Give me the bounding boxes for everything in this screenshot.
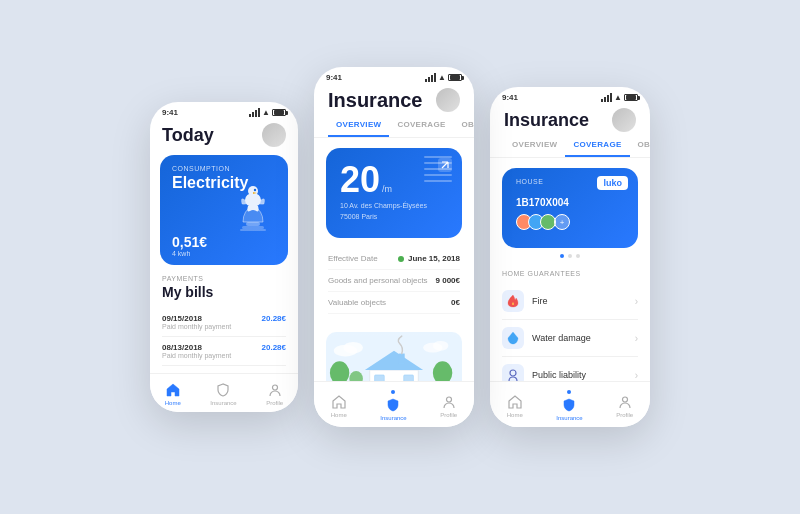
center-header: Insurance — [314, 84, 474, 120]
bill-desc-2: Paid monthly payment — [162, 352, 231, 359]
nav-insurance[interactable]: Insurance — [210, 382, 236, 406]
chevron-icon: › — [635, 370, 638, 381]
right-bottom-nav: Home Insurance Profile — [490, 381, 650, 427]
insurance-icon — [385, 397, 401, 413]
profile-icon — [267, 382, 283, 398]
home-icon — [165, 382, 181, 398]
svg-rect-10 — [424, 174, 452, 176]
profile-icon — [617, 394, 633, 410]
right-avatar[interactable] — [612, 108, 636, 132]
nav-profile[interactable]: Profile — [440, 394, 457, 418]
bill-amount-2: 20.28€ — [262, 343, 286, 352]
center-page-title: Insurance — [328, 89, 422, 112]
left-status-bar: 9:41 ▲ — [150, 102, 298, 119]
insurance-icon — [561, 397, 577, 413]
guarantee-water-left: Water damage — [502, 327, 591, 349]
active-indicator — [391, 390, 395, 394]
svg-rect-7 — [424, 156, 452, 158]
center-status-bar: 9:41 ▲ — [314, 67, 474, 84]
svg-point-35 — [622, 397, 627, 402]
dot-3 — [576, 254, 580, 258]
right-time: 9:41 — [502, 93, 518, 102]
right-status-bar: 9:41 ▲ — [490, 87, 650, 104]
signal-icon — [249, 108, 260, 117]
center-avatar[interactable] — [436, 88, 460, 112]
svg-rect-11 — [424, 180, 452, 182]
insurance-details: Effective Date June 15, 2018 Goods and p… — [314, 238, 474, 324]
svg-point-14 — [343, 341, 362, 353]
svg-point-5 — [254, 189, 256, 191]
bills-section: PAYMENTS My bills 09/15/2018 Paid monthl… — [150, 265, 298, 366]
liability-label: Public liability — [532, 370, 586, 380]
payments-label: PAYMENTS — [162, 275, 286, 282]
consumption-value: 0,51€ — [172, 234, 207, 250]
svg-point-16 — [433, 340, 449, 350]
nav-home[interactable]: Home — [507, 394, 523, 418]
center-phone: 9:41 ▲ Insurance OVE — [314, 67, 474, 427]
tab-coverage[interactable]: COVERAGE — [565, 140, 629, 157]
right-status-icons: ▲ — [601, 93, 638, 102]
chevron-icon: › — [635, 333, 638, 344]
right-phone: 9:41 ▲ Insurance OVE — [490, 87, 650, 427]
bill-date-1: 09/15/2018 — [162, 314, 231, 323]
nav-home[interactable]: Home — [165, 382, 181, 406]
insurance-price-card[interactable]: 20 /m 10 Av. des Champs-Élysées 75008 Pa… — [326, 148, 462, 238]
svg-point-6 — [272, 385, 277, 390]
battery-icon — [624, 94, 638, 101]
nav-home[interactable]: Home — [331, 394, 347, 418]
card-avatars: + — [516, 214, 624, 230]
phones-container: 9:41 ▲ Today CONSUMP — [150, 87, 650, 427]
bill-info-2: 08/13/2018 Paid monthly payment — [162, 343, 231, 359]
tab-objects[interactable]: OBJECTS — [454, 120, 474, 137]
svg-rect-8 — [424, 162, 452, 164]
guarantees-title: HOME GUARANTEES — [502, 270, 638, 277]
insurance-house-card[interactable]: HOUSE luko 1B170X004 + — [502, 168, 638, 248]
right-page-title: Insurance — [504, 110, 589, 131]
plus-button[interactable]: + — [554, 214, 570, 230]
left-bottom-nav: Home Insurance Profile — [150, 373, 298, 412]
effective-date-row: Effective Date June 15, 2018 — [328, 248, 460, 270]
nav-insurance[interactable]: Insurance — [380, 390, 406, 421]
effective-date-label: Effective Date — [328, 254, 378, 263]
consumption-bottom: 0,51€ 4 kwh — [172, 234, 207, 257]
green-dot — [398, 256, 404, 262]
left-page-title: Today — [162, 125, 214, 146]
home-icon — [507, 394, 523, 410]
water-icon — [502, 327, 524, 349]
battery-icon — [272, 109, 286, 116]
right-header: Insurance — [490, 104, 650, 140]
guarantee-water[interactable]: Water damage › — [502, 320, 638, 357]
bill-item-2[interactable]: 08/13/2018 Paid monthly payment 20.28€ — [162, 337, 286, 366]
guarantee-fire[interactable]: Fire › — [502, 283, 638, 320]
consumption-card[interactable]: CONSUMPTION Electricity — [160, 155, 288, 265]
bill-item-1[interactable]: 09/15/2018 Paid monthly payment 20.28€ — [162, 308, 286, 337]
left-time: 9:41 — [162, 108, 178, 117]
fire-icon — [502, 290, 524, 312]
consumption-label: CONSUMPTION — [172, 165, 276, 172]
tab-overview[interactable]: OVERVIEW — [504, 140, 565, 157]
svg-rect-30 — [399, 353, 405, 363]
active-indicator — [567, 390, 571, 394]
center-status-icons: ▲ — [425, 73, 462, 82]
tab-coverage[interactable]: COVERAGE — [389, 120, 453, 137]
nav-profile[interactable]: Profile — [266, 382, 283, 406]
tab-overview[interactable]: OVERVIEW — [328, 120, 389, 137]
svg-rect-1 — [242, 226, 264, 229]
nav-insurance[interactable]: Insurance — [556, 390, 582, 421]
bill-info-1: 09/15/2018 Paid monthly payment — [162, 314, 231, 330]
wifi-icon: ▲ — [614, 93, 622, 102]
guarantee-fire-left: Fire — [502, 290, 548, 312]
fire-label: Fire — [532, 296, 548, 306]
home-icon — [331, 394, 347, 410]
svg-rect-0 — [246, 222, 260, 226]
luko-badge: luko — [597, 176, 628, 190]
insurance-icon — [215, 382, 231, 398]
svg-point-31 — [446, 397, 451, 402]
svg-rect-9 — [424, 168, 452, 170]
dot-2 — [568, 254, 572, 258]
nav-profile[interactable]: Profile — [616, 394, 633, 418]
goods-value: 9 000€ — [436, 276, 460, 285]
avatar[interactable] — [262, 123, 286, 147]
tab-objects[interactable]: OBJECTS — [630, 140, 650, 157]
card-number: 1B170X004 — [516, 197, 624, 208]
